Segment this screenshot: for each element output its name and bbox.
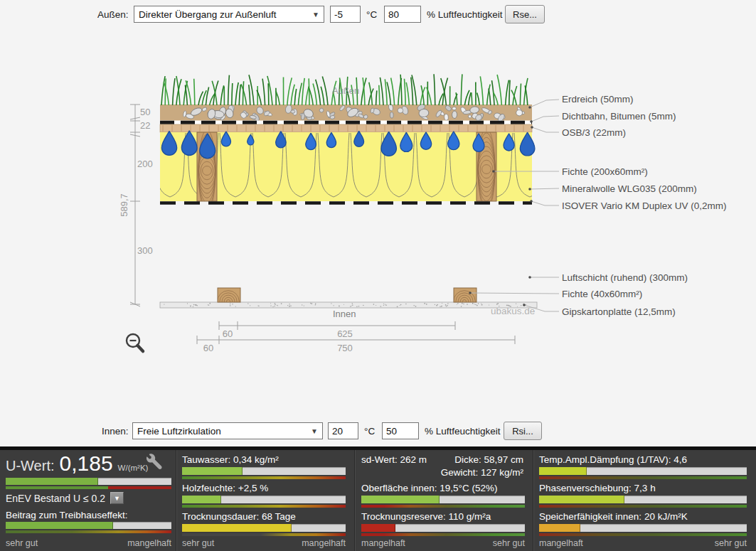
u-value: 0,185: [60, 451, 113, 476]
chevron-down-icon: ▼: [311, 427, 318, 435]
scale-best: sehr gut: [182, 538, 214, 548]
inside-condition-select[interactable]: Freie Luftzirkulation ▼: [132, 422, 323, 439]
dim-300: 300: [137, 245, 153, 256]
phasenverschiebung-scale-bar: [539, 505, 747, 508]
inside-temp-unit: °C: [364, 426, 375, 437]
trocknungsreserve-bar: [361, 524, 525, 532]
ghg-scale-bar: [6, 530, 171, 533]
u-value-scale-bar: [6, 486, 171, 489]
layer-label-fichte-200: Fichte (200x60mm²): [562, 166, 648, 177]
layer-label-mineralwolle: Mineralwolle WLG035 (200mm): [562, 183, 697, 194]
dim-60b: 60: [198, 343, 219, 353]
dim-200: 200: [137, 159, 153, 169]
speicherfaehigkeit-bar: [539, 524, 747, 532]
layer-label-isover: ISOVER Vario KM Duplex UV (0,2mm): [562, 200, 727, 211]
sd-wert-label: sd-Wert: 262 m: [361, 454, 427, 465]
speicherfaehigkeit-label: Speicherfähigkeit innen: 20 kJ/m²K: [539, 511, 688, 522]
watermark: ubakus.de: [491, 306, 535, 316]
scale-best: sehr gut: [715, 538, 747, 548]
u-value-row: U-Wert: 0,185 W/(m²K): [6, 451, 148, 476]
dicke-label: Dicke: 58,97 cm: [454, 454, 523, 465]
dim-50: 50: [140, 107, 150, 117]
dim-625: 625: [324, 328, 366, 339]
temp-ampl-scale-bar: [539, 476, 747, 479]
outside-side-label: Außen: [332, 85, 359, 96]
inside-temperature-input[interactable]: [328, 422, 358, 439]
vertical-dimension-line: [130, 105, 140, 306]
inside-humidity-input[interactable]: [382, 422, 419, 439]
scale-best: sehr gut: [493, 538, 525, 548]
scale-worst: mangelhaft: [302, 538, 346, 548]
scale-best: sehr gut: [6, 538, 38, 548]
layer-label-gipskarton: Gipskartonplatte (12,5mm): [562, 306, 676, 317]
scale-worst: mangelhaft: [127, 538, 171, 548]
dim-total: 589,7: [119, 184, 129, 227]
layer-label-fichte-40: Fichte (40x60mm²): [562, 289, 642, 299]
tauwasser-scale-bar: [182, 476, 346, 479]
scale-worst: mangelhaft: [539, 538, 583, 548]
ghg-bar: [6, 522, 171, 529]
gewicht-label: Gewicht: 127 kg/m²: [441, 467, 523, 478]
enev-row: EnEV Bestand U ≤ 0.2 ▼: [6, 492, 124, 504]
speicherfaehigkeit-scale-bar: [539, 533, 747, 536]
holzfeuchte-bar: [182, 496, 346, 503]
column-divider: [533, 450, 533, 551]
holzfeuchte-scale-bar: [182, 505, 346, 508]
wrench-icon[interactable]: [144, 453, 164, 473]
layer-label-dichtbahn: Dichtbahn, Bitumen (5mm): [562, 111, 676, 122]
inside-side-label: Innen: [333, 309, 356, 319]
u-value-bar: [6, 478, 171, 485]
inside-label: Innen:: [102, 426, 129, 437]
dim-60a: 60: [217, 328, 238, 339]
scale-worst: mangelhaft: [361, 538, 405, 548]
trocknungsdauer-label: Trocknungsdauer: 68 Tage: [182, 511, 296, 522]
u-wert-rechner-page: Außen: Direkter Übergang zur Außenluft ▼…: [0, 0, 756, 551]
layer-label-osb: OSB/3 (22mm): [562, 127, 626, 138]
enev-label: EnEV Bestand U ≤ 0.2: [6, 493, 105, 504]
results-panel: U-Wert: 0,185 W/(m²K) EnEV Bestand U ≤ 0…: [0, 446, 756, 551]
tauwasser-bar: [182, 467, 346, 475]
inside-condition-value: Freie Luftzirkulation: [137, 426, 221, 437]
temp-ampl-bar: [539, 467, 747, 475]
gypsum-board-layer: [160, 302, 537, 308]
temp-ampl-label: Temp.Ampl.Dämpfung (1/TAV): 4,6: [539, 454, 687, 465]
rsi-button[interactable]: Rsi...: [504, 422, 542, 440]
holzfeuchte-label: Holzfeuchte: +2,5 %: [182, 483, 268, 493]
osb-layer: [160, 124, 532, 132]
layer-label-luftschicht: Luftschicht (ruhend) (300mm): [562, 272, 688, 283]
trocknungsreserve-scale-bar: [361, 533, 525, 536]
oberflaeche-scale-bar: [361, 505, 525, 508]
column-divider: [354, 450, 355, 551]
u-value-label: U-Wert:: [6, 458, 55, 474]
phasenverschiebung-bar: [539, 496, 747, 503]
tauwasser-label: Tauwasser: 0,34 kg/m²: [182, 454, 279, 465]
dim-750: 750: [324, 343, 366, 353]
trocknungsdauer-scale-bar: [182, 533, 346, 536]
trocknungsreserve-label: Trocknungsreserve: 110 g/m²a: [361, 511, 491, 522]
ghg-label: Beitrag zum Treibhauseffekt:: [6, 510, 128, 520]
enev-dropdown-button[interactable]: ▼: [110, 492, 124, 504]
oberflaeche-label: Oberfläche innen: 19,5°C (52%): [361, 483, 498, 493]
layer-label-erdreich: Erdreich (50mm): [562, 94, 634, 105]
dim-22: 22: [140, 120, 150, 131]
u-value-unit: W/(m²K): [118, 464, 149, 472]
inside-humidity-label: % Luftfeuchtigkeit: [425, 426, 501, 437]
phasenverschiebung-label: Phasenverschiebung: 7,3 h: [539, 483, 656, 493]
oberflaeche-bar: [361, 496, 525, 503]
column-divider: [176, 450, 176, 551]
zoom-out-button[interactable]: [127, 334, 143, 351]
trocknungsdauer-bar: [182, 524, 346, 532]
